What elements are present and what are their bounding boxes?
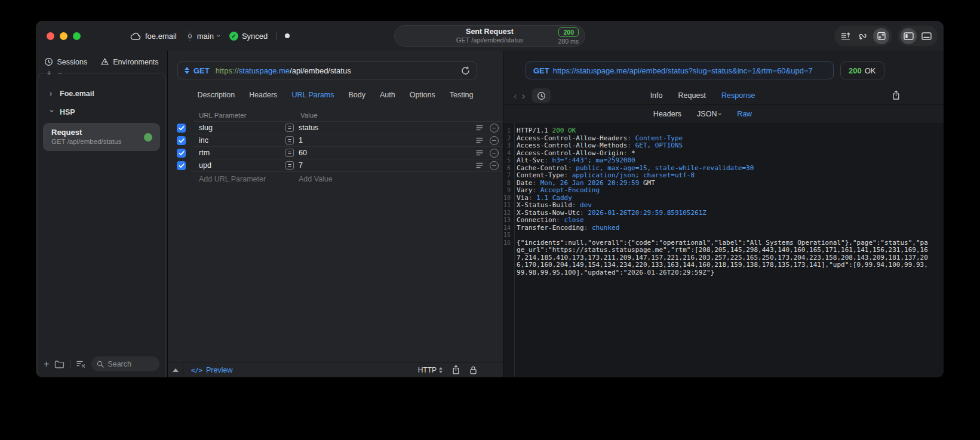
line-number: 9 bbox=[503, 187, 512, 195]
remove-row-icon[interactable] bbox=[490, 149, 499, 158]
request-url-text[interactable]: https://statuspage.me/api/embed/status bbox=[216, 66, 351, 75]
param-value[interactable]: 60 bbox=[299, 149, 307, 157]
expand-panel-button[interactable] bbox=[168, 362, 183, 377]
param-operator[interactable]: = bbox=[285, 161, 294, 170]
param-name[interactable]: rtm bbox=[199, 149, 210, 157]
line-number: 6 bbox=[503, 165, 512, 173]
subtab-raw-label: Raw bbox=[737, 110, 752, 118]
param-name[interactable]: inc bbox=[199, 136, 208, 144]
export-list-button[interactable] bbox=[837, 28, 853, 44]
line-number: 13 bbox=[503, 217, 512, 224]
param-operator[interactable]: = bbox=[285, 149, 294, 157]
tab-description[interactable]: Description bbox=[198, 91, 235, 99]
chevron-down-icon: › bbox=[48, 110, 56, 115]
param-name[interactable]: slug bbox=[199, 124, 213, 132]
remove-row-icon[interactable] bbox=[490, 136, 499, 145]
param-operator[interactable]: = bbox=[285, 136, 294, 144]
line-number: 14 bbox=[503, 224, 512, 232]
lock-icon[interactable] bbox=[469, 365, 477, 375]
line-number: 7 bbox=[503, 172, 512, 180]
tab-request[interactable]: Request bbox=[678, 91, 706, 100]
row-options-icon[interactable] bbox=[476, 162, 483, 168]
response-viewer-pane: GET https://statuspage.me/api/embed/stat… bbox=[503, 51, 944, 377]
response-request-url: GET https://statuspage.me/api/embed/stat… bbox=[526, 61, 834, 79]
param-checkbox[interactable] bbox=[177, 136, 186, 145]
add-value-placeholder[interactable]: Add Value bbox=[299, 175, 333, 183]
preview-button[interactable]: </> Preview bbox=[191, 366, 232, 374]
param-operator[interactable]: = bbox=[285, 124, 294, 132]
row-options-icon[interactable] bbox=[476, 137, 483, 143]
row-options-icon[interactable] bbox=[476, 125, 483, 131]
toggle-bottom-panel-button[interactable] bbox=[918, 28, 935, 44]
param-checkbox[interactable] bbox=[177, 124, 186, 133]
tab-url-params[interactable]: URL Params bbox=[291, 91, 334, 99]
tab-environments[interactable]: Environments bbox=[100, 57, 158, 66]
sync-loop-icon[interactable] bbox=[855, 28, 871, 44]
branch-selector[interactable]: main › bbox=[186, 32, 220, 41]
clear-filter-button[interactable] bbox=[76, 359, 86, 368]
subtab-json-dropdown[interactable]: JSON › bbox=[697, 110, 721, 118]
tab-auth[interactable]: Auth bbox=[380, 91, 395, 99]
column-header-name: URL Parameter bbox=[199, 112, 246, 119]
request-list-item[interactable]: Request GET /api/embed/status bbox=[43, 123, 160, 151]
status-badge: 200 bbox=[558, 27, 579, 37]
method-label[interactable]: GET bbox=[193, 66, 210, 75]
tab-headers[interactable]: Headers bbox=[249, 91, 277, 99]
code-line: 14Transfer-Encoding: chunked bbox=[503, 224, 944, 232]
protocol-selector[interactable]: HTTP bbox=[418, 366, 443, 374]
request-tabs: Description Headers URL Params Body Auth… bbox=[168, 87, 503, 102]
param-row-inc: inc = 1 bbox=[168, 134, 503, 147]
new-folder-button[interactable] bbox=[54, 360, 64, 368]
add-param-row[interactable]: Add URL Parameter Add Value bbox=[168, 172, 503, 186]
share-icon[interactable] bbox=[892, 90, 901, 100]
tab-testing[interactable]: Testing bbox=[450, 91, 474, 99]
subtab-raw[interactable]: Raw bbox=[737, 110, 752, 118]
tab-body[interactable]: Body bbox=[348, 91, 365, 99]
import-export-button[interactable] bbox=[873, 28, 889, 44]
toolbar-group-right bbox=[898, 26, 938, 46]
tab-options[interactable]: Options bbox=[410, 91, 435, 99]
zoom-window-button[interactable] bbox=[73, 32, 81, 40]
search-input[interactable]: Search bbox=[91, 356, 159, 371]
remove-row-icon[interactable] bbox=[490, 124, 499, 133]
param-value[interactable]: 7 bbox=[299, 161, 303, 170]
param-row-rtm: rtm = 60 bbox=[168, 147, 503, 159]
method-stepper-icon[interactable] bbox=[185, 67, 189, 74]
tab-response[interactable]: Response bbox=[721, 91, 755, 100]
response-status-box: 200 OK bbox=[840, 61, 884, 79]
minimize-window-button[interactable] bbox=[60, 32, 67, 40]
add-session-icon[interactable]: + bbox=[47, 68, 51, 78]
tab-environments-label: Environments bbox=[113, 58, 158, 66]
param-value[interactable]: 1 bbox=[299, 136, 303, 144]
remove-row-icon[interactable] bbox=[490, 161, 499, 170]
chevron-right-icon: › bbox=[50, 90, 54, 98]
param-name[interactable]: upd bbox=[199, 161, 211, 170]
tab-info[interactable]: Info bbox=[650, 91, 663, 100]
add-request-button[interactable]: + bbox=[44, 359, 49, 370]
tab-sessions[interactable]: Sessions bbox=[44, 57, 87, 66]
toggle-sidebar-button[interactable] bbox=[901, 28, 917, 44]
param-value[interactable]: status bbox=[299, 124, 318, 132]
send-refresh-icon[interactable] bbox=[461, 66, 470, 75]
chevron-down-icon: › bbox=[215, 35, 222, 37]
param-checkbox[interactable] bbox=[177, 149, 186, 158]
project-indicator: foe.email bbox=[130, 32, 177, 41]
tree-group-foe-email[interactable]: › Foe.email bbox=[38, 84, 165, 103]
sent-request-pill[interactable]: Sent Request GET /api/embed/status 200 2… bbox=[394, 25, 585, 47]
share-icon[interactable] bbox=[451, 365, 460, 375]
tree-group-hsp[interactable]: › HSP bbox=[38, 103, 165, 121]
add-param-placeholder[interactable]: Add URL Parameter bbox=[199, 175, 266, 183]
request-status-dot bbox=[144, 133, 152, 141]
subtab-headers[interactable]: Headers bbox=[653, 110, 681, 118]
subtab-headers-label: Headers bbox=[653, 110, 681, 118]
footer-divider bbox=[70, 359, 70, 369]
line-number: 15 bbox=[503, 232, 512, 239]
param-checkbox[interactable] bbox=[177, 161, 186, 170]
row-options-icon[interactable] bbox=[476, 150, 483, 156]
close-window-button[interactable] bbox=[47, 32, 54, 40]
param-row-upd: upd = 7 bbox=[168, 159, 503, 172]
request-url-bar[interactable]: GET https://statuspage.me/api/embed/stat… bbox=[177, 61, 477, 79]
remove-session-icon[interactable]: − bbox=[57, 68, 62, 78]
response-raw-body: 1HTTP/1.1 200 OK2Access-Control-Allow-He… bbox=[503, 123, 944, 377]
sessions-clock-icon bbox=[44, 57, 53, 66]
